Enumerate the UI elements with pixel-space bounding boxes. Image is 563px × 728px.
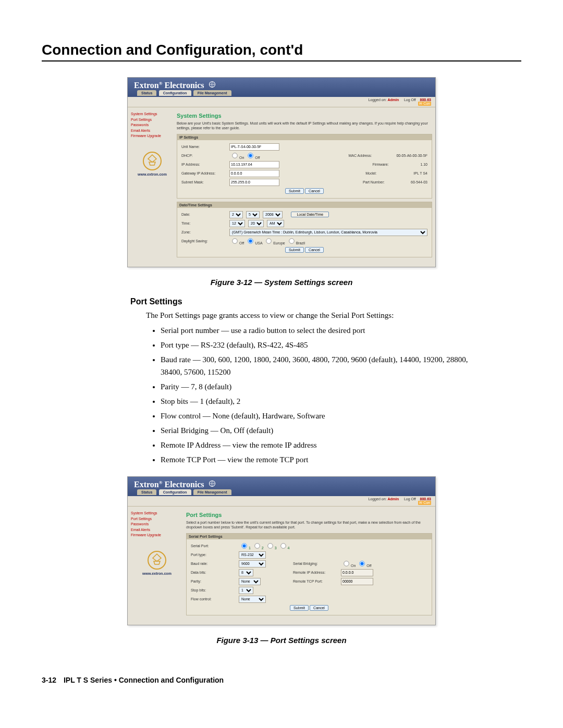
remote-tcp-label: Remote TCP Port: [293,579,338,583]
time-hour-select[interactable]: 12 [229,220,245,227]
parity-select[interactable]: None [239,578,261,585]
tab-configuration-2[interactable]: Configuration [159,489,191,495]
data-bits-select[interactable]: 8 [239,569,253,576]
ds-brazil-radio[interactable] [289,238,294,243]
local-datetime-button[interactable]: Local Date/Time [291,212,329,217]
sidebar: System Settings Port Settings Passwords … [128,107,177,266]
log-off-link-2[interactable]: Log Off [404,497,416,501]
port-type-select[interactable]: RS-232 [239,551,266,559]
logged-on-label: Logged on: [368,98,386,102]
app-header-2: Extron® Electronics Status Configuration… [128,477,435,496]
flow-label: Flow control: [191,597,236,601]
fw-label: Firmware: [372,163,417,166]
ds-usa-radio[interactable] [248,238,253,243]
phone-number-2: 800.63 [420,497,431,501]
ds-off-radio[interactable] [232,238,237,243]
zone-select[interactable]: (GMT) Greenwich Mean Time : Dublin, Edin… [229,229,427,236]
sb-on-radio[interactable] [344,561,349,566]
serial-port-1-radio[interactable] [241,543,247,548]
stop-bits-select[interactable]: 1 [239,587,253,594]
baud-select[interactable]: 9600 [239,560,266,567]
globe-icon [209,81,216,90]
ip-label: IP Address: [181,163,226,166]
sidebar-2: System Settings Port Settings Passwords … [128,507,186,624]
zone-label: Zone: [181,230,226,234]
dhcp-off-radio[interactable] [248,153,253,158]
panel-title-system-settings: System Settings [177,113,432,119]
title-rule [42,60,521,61]
sidebar-item-passwords[interactable]: Passwords [131,122,174,128]
port-submit-button[interactable]: Submit [290,605,309,611]
dt-submit-button[interactable]: Submit [285,247,304,253]
ip-cancel-button[interactable]: Cancel [305,188,324,194]
brand-electronics: Electronics [164,81,204,90]
extron-logo-icon [143,152,162,170]
sidebar-item-firmware-upgrade[interactable]: Firmware Upgrade [131,133,174,139]
mac-value: 00-05-A6-00-30-5F [396,154,427,157]
ds-off-label: Off [239,241,244,245]
sidebar-url[interactable]: www.extron.com [138,172,167,176]
sb-on-label: On [351,564,356,567]
dhcp-off-label: Off [255,156,260,159]
serial-port-2-radio[interactable] [254,543,260,548]
tab-file-management[interactable]: File Management [193,90,231,96]
mail-icon[interactable]: ✉ Con [418,102,431,106]
serial-port-1-label: 1 [249,546,251,550]
tab-configuration[interactable]: Configuration [159,90,191,96]
ds-europe-label: Europe [273,241,285,245]
bullet-remote-ip: Remote IP Address — view the remote IP a… [161,439,490,451]
sb-off-label: Off [366,564,371,567]
ip-submit-button[interactable]: Submit [285,188,304,194]
dt-cancel-button[interactable]: Cancel [305,247,324,253]
sidebar-item-passwords-2[interactable]: Passwords [131,522,183,527]
info-bar: Logged on: Admin Log Off 800.63 ✉ Con [128,97,435,107]
serial-port-panel-title: Serial Port Settings [187,534,432,539]
time-min-select[interactable]: 20 [248,220,264,227]
ds-brazil-label: Brazil [296,241,305,245]
page-footer: 3-12 IPL T S Series • Connection and Con… [42,676,521,684]
bullet-flow-control: Flow control — None (default), Hardware,… [161,410,490,422]
sidebar-item-port-settings[interactable]: Port Settings [131,117,174,123]
date-year-select[interactable]: 2008 [263,211,283,218]
tab-status-2[interactable]: Status [137,489,156,495]
sidebar-url-2[interactable]: www.extron.com [142,572,172,575]
remote-ip-input [341,569,373,576]
mail-icon-2[interactable]: ✉ Con [418,501,431,505]
gw-label: Gateway IP Address: [181,171,226,175]
sidebar-item-system-settings-2[interactable]: System Settings [131,511,183,516]
serial-port-3-radio[interactable] [267,543,273,548]
port-cancel-button[interactable]: Cancel [310,605,328,611]
ip-input[interactable] [229,161,279,168]
ds-europe-radio[interactable] [266,238,271,243]
remote-tcp-input [341,578,373,585]
sb-off-radio[interactable] [360,561,365,566]
tab-file-management-2[interactable]: File Management [193,489,231,495]
sm-label: Subnet Mask: [181,180,226,184]
bullet-parity: Parity — 7, 8 (default) [161,380,490,393]
tab-status[interactable]: Status [137,90,156,96]
gw-input[interactable] [229,170,279,177]
flow-select[interactable]: None [239,596,266,603]
serial-port-4-radio[interactable] [280,543,286,548]
dhcp-on-radio[interactable] [232,153,237,158]
remote-ip-label: Remote IP Address: [293,571,338,574]
bullet-stop-bits: Stop bits — 1 (default), 2 [161,395,490,408]
sidebar-item-email-alerts-2[interactable]: Email Alerts [131,527,183,533]
date-day-select[interactable]: 5 [246,211,260,218]
sidebar-item-firmware-upgrade-2[interactable]: Firmware Upgrade [131,533,183,538]
brand-extron: Extron [134,81,159,90]
unit-name-input[interactable] [229,143,279,151]
bullet-serial-port-number: Serial port number — use a radio button … [161,324,490,337]
time-ampm-select[interactable]: AM [267,220,284,227]
date-month-select[interactable]: 2 [229,211,243,218]
app-header: Extron® Electronics Status Configuration… [128,78,435,97]
ip-settings-panel-title: IP Settings [177,134,432,140]
sm-input[interactable] [229,179,279,186]
sidebar-item-email-alerts[interactable]: Email Alerts [131,128,174,134]
port-settings-heading: Port Settings [130,297,521,306]
data-bits-label: Data bits: [191,571,236,574]
bullet-remote-tcp: Remote TCP Port — view the remote TCP po… [161,453,490,466]
sidebar-item-system-settings[interactable]: System Settings [131,112,174,117]
sidebar-item-port-settings-2[interactable]: Port Settings [131,516,183,522]
log-off-link[interactable]: Log Off [404,98,416,102]
